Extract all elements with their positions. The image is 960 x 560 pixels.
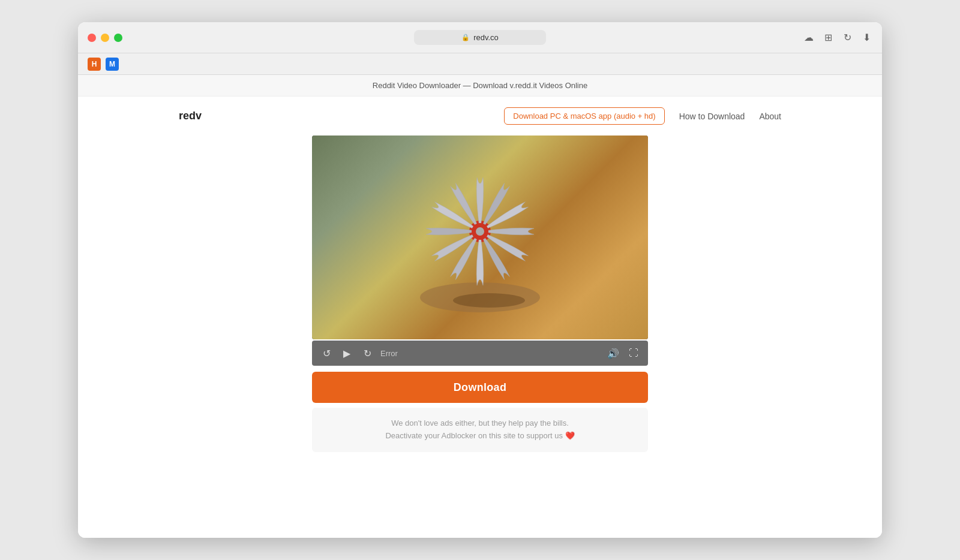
nav-how-to-link[interactable]: How to Download	[679, 112, 745, 121]
fullscreen-button[interactable]: ⛶	[626, 346, 641, 360]
toolbar-icons: ☁ ⊞ ↻ ⬇	[803, 32, 872, 44]
close-button[interactable]	[88, 34, 96, 42]
download-button[interactable]: Download	[312, 372, 648, 403]
rewind-button[interactable]: ↺	[319, 346, 334, 360]
minimize-button[interactable]	[101, 34, 109, 42]
volume-button[interactable]: 🔊	[606, 346, 620, 360]
site-logo: redv	[179, 110, 202, 122]
forward-button[interactable]: ↻	[360, 346, 374, 360]
nav-cta-button[interactable]: Download PC & macOS app (audio + hd)	[504, 107, 664, 125]
refresh-icon[interactable]: ↻	[841, 32, 853, 44]
ctrl-right: 🔊 ⛶	[606, 346, 641, 360]
ad-notice: We don't love ads either, but they help …	[312, 408, 648, 452]
video-placeholder	[312, 136, 648, 339]
title-bar: 🔒 redv.co ☁ ⊞ ↻ ⬇	[78, 22, 882, 53]
play-button[interactable]: ▶	[340, 346, 354, 360]
video-container	[312, 136, 648, 339]
svg-point-4	[476, 227, 484, 236]
nav-about-link[interactable]: About	[759, 112, 781, 121]
maximize-button[interactable]	[114, 34, 122, 42]
url-text: redv.co	[473, 33, 499, 42]
page-tab-title: Reddit Video Downloader — Download v.red…	[92, 81, 868, 90]
video-controls: ↺ ▶ ↻ Error 🔊 ⛶	[312, 341, 648, 366]
ad-notice-line1: We don't love ads either, but they help …	[324, 417, 636, 430]
traffic-lights	[88, 34, 122, 42]
cloud-icon[interactable]: ☁	[803, 32, 815, 44]
tab-favicon-h[interactable]: H	[88, 58, 101, 71]
tab-favicon-m[interactable]: M	[106, 58, 119, 71]
main-content: ↺ ▶ ↻ Error 🔊 ⛶ Download We don't love a…	[300, 136, 660, 476]
windmill-illustration	[402, 159, 558, 315]
reader-icon[interactable]: ⊞	[822, 32, 834, 44]
nav-links: Download PC & macOS app (audio + hd) How…	[504, 107, 781, 125]
tab-bar: H M	[78, 53, 882, 75]
page-content: redv Download PC & macOS app (audio + hd…	[78, 97, 882, 538]
address-bar[interactable]: 🔒 redv.co	[414, 30, 546, 45]
page-tab-bar: Reddit Video Downloader — Download v.red…	[78, 75, 882, 97]
lock-icon: 🔒	[461, 34, 470, 41]
site-nav: redv Download PC & macOS app (audio + hd…	[150, 97, 810, 136]
ad-notice-line2: Deactivate your Adblocker on this site t…	[324, 430, 636, 442]
svg-point-5	[453, 293, 525, 308]
download-icon[interactable]: ⬇	[860, 32, 872, 44]
error-label: Error	[380, 349, 600, 358]
